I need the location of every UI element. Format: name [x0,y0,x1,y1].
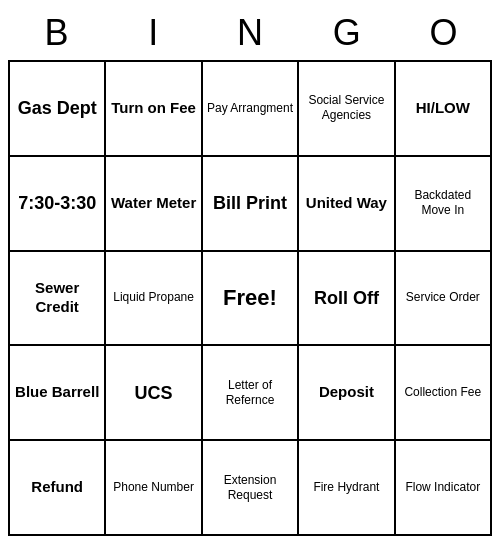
cell-r3-c3[interactable]: Deposit [299,346,395,441]
cell-r4-c3[interactable]: Fire Hydrant [299,441,395,536]
cell-r2-c4[interactable]: Service Order [396,252,492,347]
cell-r0-c3[interactable]: Social Service Agencies [299,62,395,157]
cell-r3-c1[interactable]: UCS [106,346,202,441]
cell-r1-c1[interactable]: Water Meter [106,157,202,252]
cell-r2-c3[interactable]: Roll Off [299,252,395,347]
cell-r2-c1[interactable]: Liquid Propane [106,252,202,347]
bingo-header: BINGO [8,8,492,60]
cell-r0-c0[interactable]: Gas Dept [10,62,106,157]
bingo-letter: N [206,12,293,54]
bingo-grid: Gas DeptTurn on FeePay ArrangmentSocial … [8,60,492,536]
cell-r2-c0[interactable]: Sewer Credit [10,252,106,347]
bingo-letter: I [110,12,197,54]
cell-r4-c2[interactable]: Extension Request [203,441,299,536]
cell-r4-c4[interactable]: Flow Indicator [396,441,492,536]
cell-r1-c0[interactable]: 7:30-3:30 [10,157,106,252]
cell-r2-c2[interactable]: Free! [203,252,299,347]
cell-r1-c2[interactable]: Bill Print [203,157,299,252]
cell-r3-c0[interactable]: Blue Barrell [10,346,106,441]
cell-r1-c3[interactable]: United Way [299,157,395,252]
cell-r0-c1[interactable]: Turn on Fee [106,62,202,157]
bingo-letter: G [303,12,390,54]
cell-r3-c4[interactable]: Collection Fee [396,346,492,441]
cell-r4-c1[interactable]: Phone Number [106,441,202,536]
cell-r1-c4[interactable]: Backdated Move In [396,157,492,252]
cell-r3-c2[interactable]: Letter of Refernce [203,346,299,441]
bingo-letter: B [13,12,100,54]
bingo-letter: O [400,12,487,54]
cell-r0-c2[interactable]: Pay Arrangment [203,62,299,157]
cell-r0-c4[interactable]: HI/LOW [396,62,492,157]
cell-r4-c0[interactable]: Refund [10,441,106,536]
